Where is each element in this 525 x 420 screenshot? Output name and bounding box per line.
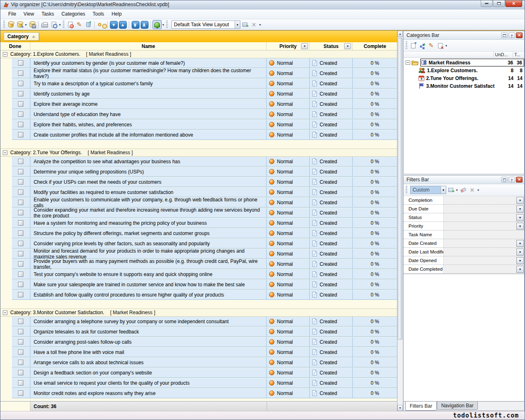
- task-status-cell[interactable]: Created: [310, 218, 353, 228]
- status-filter-dropdown[interactable]: ▼: [344, 43, 351, 49]
- task-priority-cell[interactable]: Normal: [267, 218, 310, 228]
- task-checkbox[interactable]: [18, 272, 23, 277]
- layout-combobox[interactable]: Default Task View Layout▼: [171, 21, 240, 29]
- task-priority-cell[interactable]: Normal: [267, 120, 310, 130]
- task-done-cell[interactable]: [12, 79, 30, 89]
- task-status-cell[interactable]: Created: [310, 368, 353, 378]
- task-status-cell[interactable]: Created: [310, 177, 353, 187]
- task-priority-cell[interactable]: Normal: [267, 337, 310, 347]
- close-button[interactable]: ✕: [505, 0, 522, 7]
- task-priority-cell[interactable]: Normal: [267, 68, 310, 78]
- categories-pin-icon[interactable]: [509, 32, 515, 38]
- task-done-cell[interactable]: [12, 378, 30, 388]
- task-checkbox[interactable]: [18, 251, 23, 256]
- task-done-cell[interactable]: [12, 167, 30, 177]
- task-done-cell[interactable]: [12, 290, 30, 300]
- task-name-cell[interactable]: Arrange service calls to ask about techn…: [30, 358, 267, 368]
- collapse-tree-icon[interactable]: [406, 60, 410, 65]
- task-done-cell[interactable]: [12, 157, 30, 167]
- task-status-cell[interactable]: Created: [310, 239, 353, 249]
- task-name-cell[interactable]: Monitor and forecast demand for your pro…: [30, 249, 267, 259]
- print-preview-dropdown-icon[interactable]: ▾: [59, 23, 61, 27]
- scroll-up-button[interactable]: ▲: [397, 31, 403, 37]
- grid-vertical-scrollbar[interactable]: ▲ ▼: [397, 31, 403, 411]
- clear-layout-icon[interactable]: [249, 20, 258, 29]
- task-status-cell[interactable]: Created: [310, 120, 353, 130]
- move-to-bottom-icon[interactable]: ≫: [131, 20, 140, 29]
- task-priority-cell[interactable]: Normal: [267, 368, 310, 378]
- column-header-priority[interactable]: Priority▼: [267, 42, 310, 50]
- task-checkbox[interactable]: [18, 200, 23, 205]
- filter-value-cell[interactable]: ▼: [444, 248, 524, 256]
- delete-category-icon[interactable]: [436, 41, 445, 50]
- task-status-cell[interactable]: Created: [310, 228, 353, 238]
- task-name-cell[interactable]: Consider expanding your market and there…: [30, 208, 267, 218]
- task-priority-cell[interactable]: Normal: [267, 388, 310, 398]
- add-filter-dropdown-icon[interactable]: ▾: [456, 188, 458, 192]
- task-done-cell[interactable]: [12, 259, 30, 269]
- task-priority-cell[interactable]: Normal: [267, 187, 310, 197]
- edit-category-icon[interactable]: [427, 41, 436, 50]
- task-done-cell[interactable]: [12, 388, 30, 398]
- task-priority-cell[interactable]: Normal: [267, 79, 310, 89]
- task-name-cell[interactable]: Understand type of education they have: [30, 110, 267, 119]
- task-checkbox[interactable]: [18, 122, 23, 127]
- task-done-cell[interactable]: [12, 368, 30, 378]
- task-priority-cell[interactable]: Normal: [267, 177, 310, 187]
- task-status-cell[interactable]: Created: [310, 167, 353, 177]
- task-priority-cell[interactable]: Normal: [267, 269, 310, 279]
- move-down-icon[interactable]: ▾: [109, 20, 118, 29]
- task-done-cell[interactable]: [12, 337, 30, 347]
- task-done-cell[interactable]: [12, 347, 30, 357]
- open-database-dropdown-icon[interactable]: ▾: [25, 23, 27, 27]
- brand-link[interactable]: todolistsoft.com: [453, 412, 519, 419]
- task-complete-cell[interactable]: 0 %: [353, 120, 397, 130]
- task-checkbox[interactable]: [18, 339, 23, 345]
- task-complete-cell[interactable]: 0 %: [353, 259, 397, 269]
- task-checkbox[interactable]: [18, 360, 23, 365]
- task-done-cell[interactable]: [12, 89, 30, 99]
- group-row[interactable]: Category: 1.Explore Customers.[ Market R…: [0, 50, 397, 58]
- scroll-down-button[interactable]: ▼: [397, 405, 403, 411]
- task-priority-cell[interactable]: Normal: [267, 239, 310, 249]
- task-status-cell[interactable]: Created: [310, 280, 353, 290]
- filter-dropdown-icon[interactable]: ▼: [516, 266, 524, 273]
- filter-value-cell[interactable]: ▼: [444, 256, 524, 265]
- task-name-cell[interactable]: Modify your facilities as required to en…: [30, 187, 267, 197]
- collapse-group-icon[interactable]: [3, 310, 7, 315]
- task-complete-cell[interactable]: 0 %: [353, 388, 397, 398]
- task-status-cell[interactable]: Created: [310, 290, 353, 300]
- task-name-cell[interactable]: Explore their average income: [30, 99, 267, 109]
- task-name-cell[interactable]: Identify customers by age: [30, 89, 267, 99]
- column-header-name[interactable]: Name: [30, 42, 267, 50]
- print-icon[interactable]: [40, 20, 49, 29]
- task-done-cell[interactable]: [12, 208, 30, 218]
- task-status-cell[interactable]: Created: [310, 378, 353, 388]
- move-up-icon[interactable]: ▴: [118, 20, 127, 29]
- task-complete-cell[interactable]: 0 %: [353, 167, 397, 177]
- task-done-cell[interactable]: [12, 269, 30, 279]
- task-complete-cell[interactable]: 0 %: [353, 317, 397, 326]
- task-status-cell[interactable]: Created: [310, 347, 353, 357]
- task-checkbox[interactable]: [18, 282, 23, 287]
- task-done-cell[interactable]: [12, 68, 30, 78]
- column-header-done[interactable]: Done: [0, 42, 30, 50]
- filters-pin-icon[interactable]: [509, 177, 515, 183]
- filter-value-cell[interactable]: ▼: [444, 205, 524, 213]
- task-priority-cell[interactable]: Normal: [267, 259, 310, 269]
- task-complete-cell[interactable]: 0 %: [353, 249, 397, 259]
- task-priority-cell[interactable]: Normal: [267, 99, 310, 109]
- task-priority-cell[interactable]: Normal: [267, 58, 310, 68]
- new-subcategory-icon[interactable]: [418, 41, 427, 50]
- task-done-cell[interactable]: [12, 317, 30, 326]
- task-priority-cell[interactable]: Normal: [267, 208, 310, 218]
- tree-item[interactable]: Market Readiness3636: [404, 59, 524, 66]
- task-name-cell[interactable]: Consider arranging post-sales follow-up …: [30, 337, 267, 347]
- task-status-cell[interactable]: Created: [310, 68, 353, 78]
- task-complete-cell[interactable]: 0 %: [353, 269, 397, 279]
- tree-item[interactable]: 52.Tune Your Offerings.1414: [404, 74, 524, 82]
- find-tasks-icon[interactable]: [96, 20, 105, 29]
- task-done-cell[interactable]: [12, 249, 30, 259]
- tree-item[interactable]: 3.Monitor Customer Satisfact1414: [404, 82, 524, 90]
- task-priority-cell[interactable]: Normal: [267, 198, 310, 208]
